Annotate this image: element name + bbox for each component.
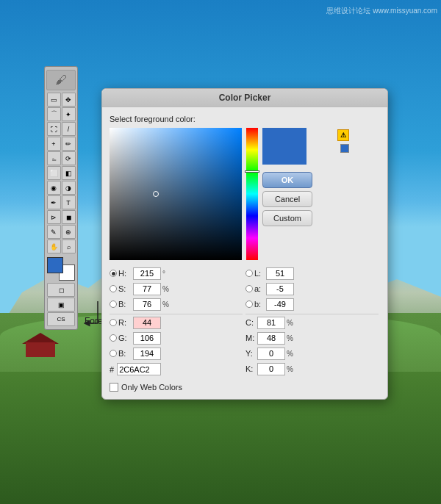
green-radio[interactable] [110, 334, 117, 342]
toolbar-brush-icon: 🖌 [46, 70, 76, 90]
blue-radio[interactable] [110, 350, 117, 357]
gradient-field[interactable] [110, 128, 242, 260]
toolbar-row-3: ⛶ / [47, 122, 76, 136]
divider-1 [110, 314, 243, 314]
hex-input[interactable] [117, 363, 161, 375]
foreground-color-box[interactable] [47, 257, 63, 273]
hand-tool[interactable]: ✋ [47, 240, 61, 253]
toolbar-row-5: ⎁ ⟳ [47, 151, 76, 165]
shape-tool[interactable]: ◼ [62, 210, 76, 224]
cancel-button[interactable]: Cancel [262, 191, 312, 207]
dialog-body: Select foreground color: ⚠ [102, 107, 387, 399]
right-panel: ⚠ OK Cancel Custom [262, 128, 336, 226]
cyan-input[interactable] [257, 317, 285, 329]
saturation-label: S: [118, 284, 132, 293]
black-label: K: [245, 364, 256, 373]
history-brush-tool[interactable]: ⟳ [62, 151, 76, 165]
hue-slider [246, 128, 258, 260]
magenta-input[interactable] [257, 332, 285, 345]
lasso-tool[interactable]: ⌒ [47, 107, 61, 121]
hex-row: # [110, 363, 243, 375]
marquee-rect-tool[interactable]: ▭ [47, 93, 61, 107]
healing-tool[interactable]: + [47, 137, 61, 151]
quick-mask-tool[interactable]: ◻ [47, 283, 75, 297]
dodge-tool[interactable]: ◑ [62, 181, 76, 195]
lab-a-label: a: [254, 284, 265, 293]
saturation-radio[interactable] [110, 285, 117, 292]
blur-tool[interactable]: ◉ [47, 181, 61, 195]
toolbar-row-4: + ✏ [47, 137, 76, 151]
crop-tool[interactable]: ⛶ [47, 122, 61, 136]
red-input[interactable] [133, 317, 161, 329]
hue-slider-container[interactable] [246, 128, 258, 260]
blue-input[interactable] [133, 348, 161, 360]
web-colors-label: Only Web Colors [121, 383, 182, 392]
yellow-input[interactable] [257, 348, 285, 360]
yellow-unit: % [287, 350, 297, 358]
hue-radio[interactable] [110, 270, 117, 277]
toolbar-row-11: ✋ ⌕ [47, 240, 76, 253]
lab-l-input[interactable] [266, 267, 294, 280]
lab-b-radio[interactable] [245, 300, 253, 308]
cyan-row: C: % [245, 315, 379, 330]
green-input[interactable] [133, 332, 161, 345]
toolbar-row-9: ⊳ ◼ [47, 210, 76, 224]
text-tool[interactable]: T [62, 195, 76, 209]
blue-row: B: [110, 346, 243, 361]
eyedropper-tool[interactable]: ⊕ [62, 225, 76, 239]
saturation-unit: % [162, 285, 173, 293]
brightness-radio[interactable] [110, 300, 117, 308]
toolbar-row-12: ◻ [47, 283, 75, 297]
toolbar-row-6: ⬜ ◧ [47, 166, 76, 180]
toolbar-row-1: ▭ ✥ [47, 93, 76, 107]
lab-b-label: b: [254, 300, 265, 309]
lab-a-input[interactable] [266, 283, 294, 295]
pen-tool[interactable]: ✒ [47, 195, 61, 209]
web-colors-checkbox[interactable] [110, 383, 118, 392]
lab-l-label: L: [254, 269, 265, 278]
custom-button[interactable]: Custom [262, 210, 312, 226]
stamp-tool[interactable]: ⎁ [47, 151, 61, 165]
dialog-titlebar: Color Picker [102, 89, 387, 107]
cs-tool[interactable]: CS [47, 312, 75, 326]
lab-l-radio[interactable] [245, 270, 253, 277]
small-color-swatch[interactable] [340, 144, 349, 153]
dialog-title: Color Picker [219, 93, 271, 103]
lab-b-input[interactable] [266, 298, 294, 311]
black-row: K: % [245, 361, 379, 376]
hue-input[interactable] [133, 267, 161, 280]
brush-tool[interactable]: ✏ [62, 137, 76, 151]
path-tool[interactable]: ⊳ [47, 210, 61, 224]
toolbar-row-7: ◉ ◑ [47, 181, 76, 195]
saturation-input[interactable] [133, 283, 161, 295]
gamut-warning-icon[interactable]: ⚠ [337, 129, 349, 141]
gradient-dark-overlay [110, 128, 242, 260]
notes-tool[interactable]: ✎ [47, 225, 61, 239]
cyan-unit: % [287, 319, 297, 327]
eraser-tool[interactable]: ⬜ [47, 166, 61, 180]
magenta-row: M: % [245, 331, 379, 345]
brush-icon: 🖌 [55, 73, 67, 87]
brightness-row: B: % [110, 297, 243, 312]
red-row: R: [110, 315, 243, 330]
zoom-tool[interactable]: ⌕ [62, 240, 76, 253]
values-right: L: a: b: C: [245, 266, 379, 377]
red-radio[interactable] [110, 319, 117, 326]
ok-button[interactable]: OK [262, 172, 312, 188]
black-input[interactable] [257, 363, 285, 375]
current-color-swatch [262, 146, 306, 165]
saturation-row: S: % [110, 281, 243, 296]
gradient-tool[interactable]: ◧ [62, 166, 76, 180]
lab-a-row: a: [245, 281, 379, 296]
hue-label: H: [118, 269, 132, 278]
move-tool[interactable]: ✥ [62, 93, 76, 107]
magic-wand-tool[interactable]: ✦ [62, 107, 76, 121]
lab-a-radio[interactable] [245, 285, 253, 292]
web-colors-row: Only Web Colors [110, 383, 379, 392]
color-preview-area: ⚠ [262, 128, 336, 165]
slice-tool[interactable]: / [62, 122, 76, 136]
brightness-input[interactable] [133, 298, 161, 311]
red-label: R: [118, 318, 132, 327]
blue-label: B: [118, 349, 132, 358]
screen-mode-tool[interactable]: ▣ [47, 298, 75, 312]
